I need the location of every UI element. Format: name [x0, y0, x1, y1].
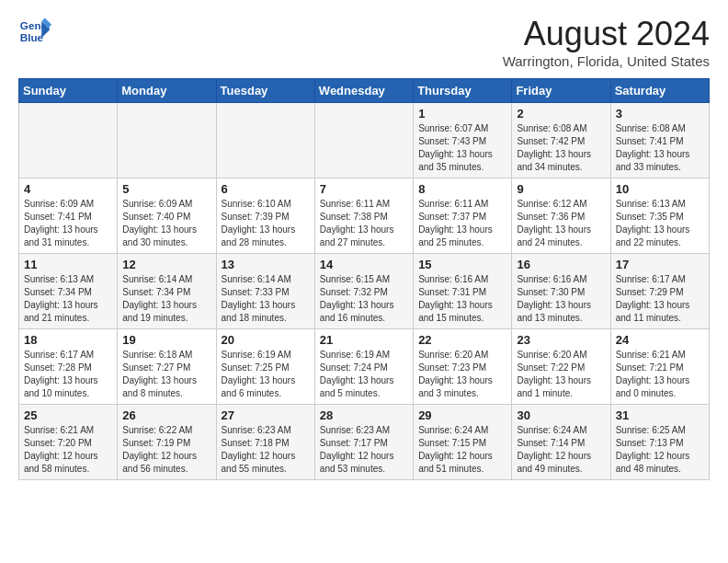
day-number: 16	[517, 258, 605, 271]
calendar-cell: 4Sunrise: 6:09 AM Sunset: 7:41 PM Daylig…	[19, 178, 118, 254]
calendar-cell: 21Sunrise: 6:19 AM Sunset: 7:24 PM Dayli…	[314, 329, 413, 405]
day-number: 10	[616, 182, 704, 196]
calendar-cell: 19Sunrise: 6:18 AM Sunset: 7:27 PM Dayli…	[118, 329, 216, 405]
day-number: 11	[24, 258, 112, 271]
weekday-header-tuesday: Tuesday	[216, 79, 314, 103]
logo: General Blue	[18, 15, 51, 48]
page-subtitle: Warrington, Florida, United States	[503, 53, 710, 69]
calendar-cell: 14Sunrise: 6:15 AM Sunset: 7:32 PM Dayli…	[314, 254, 413, 329]
day-info: Sunrise: 6:13 AM Sunset: 7:35 PM Dayligh…	[616, 198, 704, 249]
calendar-cell	[19, 103, 118, 178]
calendar-cell: 16Sunrise: 6:16 AM Sunset: 7:30 PM Dayli…	[512, 254, 610, 329]
day-number: 18	[24, 333, 112, 347]
day-info: Sunrise: 6:25 AM Sunset: 7:13 PM Dayligh…	[616, 424, 704, 476]
calendar-cell: 9Sunrise: 6:12 AM Sunset: 7:36 PM Daylig…	[512, 178, 610, 254]
day-info: Sunrise: 6:24 AM Sunset: 7:15 PM Dayligh…	[418, 424, 506, 476]
day-number: 7	[320, 182, 408, 196]
day-number: 27	[222, 408, 310, 422]
day-info: Sunrise: 6:08 AM Sunset: 7:41 PM Dayligh…	[616, 122, 704, 174]
calendar-cell: 23Sunrise: 6:20 AM Sunset: 7:22 PM Dayli…	[512, 329, 610, 405]
calendar-cell: 22Sunrise: 6:20 AM Sunset: 7:23 PM Dayli…	[414, 329, 512, 405]
calendar-cell	[314, 103, 413, 178]
calendar-cell	[216, 103, 314, 178]
day-info: Sunrise: 6:20 AM Sunset: 7:22 PM Dayligh…	[517, 349, 605, 400]
day-number: 6	[222, 182, 310, 196]
day-info: Sunrise: 6:16 AM Sunset: 7:31 PM Dayligh…	[418, 273, 506, 325]
day-number: 12	[122, 258, 210, 271]
day-number: 14	[320, 258, 408, 271]
day-info: Sunrise: 6:22 AM Sunset: 7:19 PM Dayligh…	[122, 424, 210, 476]
calendar-cell: 3Sunrise: 6:08 AM Sunset: 7:41 PM Daylig…	[610, 103, 709, 178]
day-number: 25	[24, 408, 112, 422]
day-info: Sunrise: 6:12 AM Sunset: 7:36 PM Dayligh…	[517, 198, 605, 249]
day-info: Sunrise: 6:19 AM Sunset: 7:25 PM Dayligh…	[222, 349, 310, 400]
calendar-cell: 2Sunrise: 6:08 AM Sunset: 7:42 PM Daylig…	[512, 103, 610, 178]
calendar-cell: 27Sunrise: 6:23 AM Sunset: 7:18 PM Dayli…	[216, 405, 314, 480]
day-number: 28	[320, 408, 408, 422]
day-info: Sunrise: 6:07 AM Sunset: 7:43 PM Dayligh…	[418, 122, 506, 174]
day-info: Sunrise: 6:21 AM Sunset: 7:20 PM Dayligh…	[24, 424, 112, 476]
day-number: 17	[616, 258, 704, 271]
page-header: General Blue August 2024 Warrington, Flo…	[18, 15, 710, 69]
day-info: Sunrise: 6:11 AM Sunset: 7:37 PM Dayligh…	[418, 198, 506, 249]
page-title: August 2024	[503, 15, 710, 53]
weekday-header-saturday: Saturday	[610, 79, 709, 103]
day-info: Sunrise: 6:08 AM Sunset: 7:42 PM Dayligh…	[517, 122, 605, 174]
calendar-cell: 7Sunrise: 6:11 AM Sunset: 7:38 PM Daylig…	[314, 178, 413, 254]
day-number: 8	[418, 182, 506, 196]
day-info: Sunrise: 6:09 AM Sunset: 7:41 PM Dayligh…	[24, 198, 112, 249]
day-info: Sunrise: 6:21 AM Sunset: 7:21 PM Dayligh…	[616, 349, 704, 400]
day-info: Sunrise: 6:15 AM Sunset: 7:32 PM Dayligh…	[320, 273, 408, 325]
logo-icon: General Blue	[18, 15, 51, 48]
day-info: Sunrise: 6:13 AM Sunset: 7:34 PM Dayligh…	[24, 273, 112, 325]
day-number: 1	[418, 107, 506, 121]
week-row-1: 1Sunrise: 6:07 AM Sunset: 7:43 PM Daylig…	[19, 103, 710, 178]
day-number: 30	[517, 408, 605, 422]
day-number: 20	[222, 333, 310, 347]
calendar-table: SundayMondayTuesdayWednesdayThursdayFrid…	[18, 78, 710, 480]
day-info: Sunrise: 6:11 AM Sunset: 7:38 PM Dayligh…	[320, 198, 408, 249]
day-number: 31	[616, 408, 704, 422]
day-number: 4	[24, 182, 112, 196]
calendar-cell: 20Sunrise: 6:19 AM Sunset: 7:25 PM Dayli…	[216, 329, 314, 405]
day-number: 15	[418, 258, 506, 271]
day-number: 22	[418, 333, 506, 347]
day-number: 23	[517, 333, 605, 347]
day-info: Sunrise: 6:09 AM Sunset: 7:40 PM Dayligh…	[122, 198, 210, 249]
day-number: 2	[517, 107, 605, 121]
day-info: Sunrise: 6:16 AM Sunset: 7:30 PM Dayligh…	[517, 273, 605, 325]
day-info: Sunrise: 6:18 AM Sunset: 7:27 PM Dayligh…	[122, 349, 210, 400]
day-info: Sunrise: 6:24 AM Sunset: 7:14 PM Dayligh…	[517, 424, 605, 476]
calendar-cell: 12Sunrise: 6:14 AM Sunset: 7:34 PM Dayli…	[118, 254, 216, 329]
calendar-cell: 1Sunrise: 6:07 AM Sunset: 7:43 PM Daylig…	[414, 103, 512, 178]
day-info: Sunrise: 6:10 AM Sunset: 7:39 PM Dayligh…	[222, 198, 310, 249]
calendar-cell: 25Sunrise: 6:21 AM Sunset: 7:20 PM Dayli…	[19, 405, 118, 480]
week-row-3: 11Sunrise: 6:13 AM Sunset: 7:34 PM Dayli…	[19, 254, 710, 329]
calendar-cell: 6Sunrise: 6:10 AM Sunset: 7:39 PM Daylig…	[216, 178, 314, 254]
calendar-cell: 15Sunrise: 6:16 AM Sunset: 7:31 PM Dayli…	[414, 254, 512, 329]
day-number: 5	[122, 182, 210, 196]
day-info: Sunrise: 6:14 AM Sunset: 7:33 PM Dayligh…	[222, 273, 310, 325]
day-number: 13	[222, 258, 310, 271]
calendar-cell	[118, 103, 216, 178]
weekday-header-wednesday: Wednesday	[314, 79, 413, 103]
calendar-cell: 31Sunrise: 6:25 AM Sunset: 7:13 PM Dayli…	[610, 405, 709, 480]
calendar-cell: 28Sunrise: 6:23 AM Sunset: 7:17 PM Dayli…	[314, 405, 413, 480]
day-number: 26	[122, 408, 210, 422]
calendar-cell: 30Sunrise: 6:24 AM Sunset: 7:14 PM Dayli…	[512, 405, 610, 480]
calendar-cell: 18Sunrise: 6:17 AM Sunset: 7:28 PM Dayli…	[19, 329, 118, 405]
day-info: Sunrise: 6:17 AM Sunset: 7:29 PM Dayligh…	[616, 273, 704, 325]
calendar-cell: 8Sunrise: 6:11 AM Sunset: 7:37 PM Daylig…	[414, 178, 512, 254]
day-number: 19	[122, 333, 210, 347]
day-number: 29	[418, 408, 506, 422]
day-info: Sunrise: 6:23 AM Sunset: 7:17 PM Dayligh…	[320, 424, 408, 476]
day-number: 21	[320, 333, 408, 347]
day-info: Sunrise: 6:14 AM Sunset: 7:34 PM Dayligh…	[122, 273, 210, 325]
weekday-header-sunday: Sunday	[19, 79, 118, 103]
calendar-cell: 29Sunrise: 6:24 AM Sunset: 7:15 PM Dayli…	[414, 405, 512, 480]
title-block: August 2024 Warrington, Florida, United …	[503, 15, 710, 69]
calendar-cell: 13Sunrise: 6:14 AM Sunset: 7:33 PM Dayli…	[216, 254, 314, 329]
calendar-cell: 24Sunrise: 6:21 AM Sunset: 7:21 PM Dayli…	[610, 329, 709, 405]
calendar-cell: 5Sunrise: 6:09 AM Sunset: 7:40 PM Daylig…	[118, 178, 216, 254]
day-number: 3	[616, 107, 704, 121]
